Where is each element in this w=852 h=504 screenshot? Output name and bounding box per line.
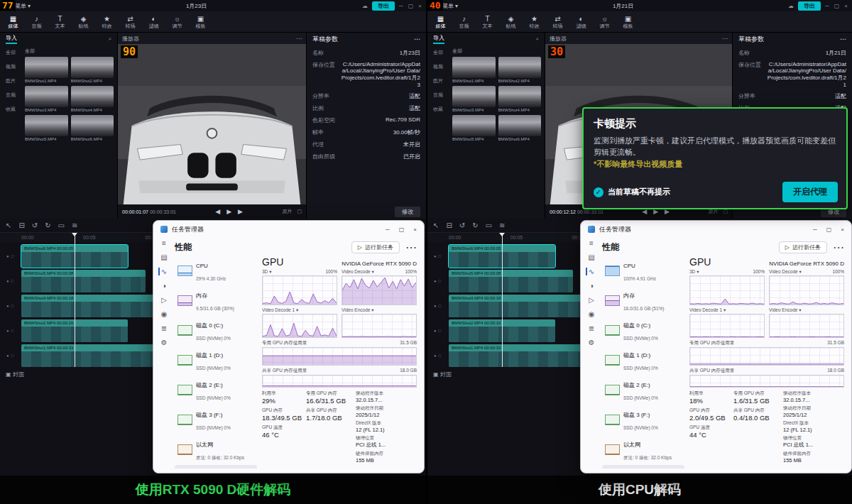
media-rail-item[interactable]: 全部 [433,49,443,56]
minimize-icon[interactable]: ─ [386,226,390,233]
toolbar-item[interactable]: ⇄ 转场 [119,15,142,29]
toolbar-item[interactable]: ▦ 媒体 [1,15,25,29]
toolbar-item[interactable]: ▦ 媒体 [429,15,452,29]
perf-sidebar-item[interactable]: CPU 29% 4.30 GHz [175,256,257,285]
graph-decode1-selector[interactable]: Video Decode 1 ▾ [689,307,726,313]
track-lock-icon[interactable]: □ [439,354,442,358]
playhead[interactable] [502,233,503,367]
track-controls[interactable]: ● □ [0,295,20,317]
graph-3d-selector[interactable]: 3D ▾ [689,269,699,275]
toolbar-item[interactable]: ▣ 模板 [189,15,212,29]
toolbar-item[interactable]: ★ 特效 [95,15,119,29]
toolbar-item[interactable]: ▣ 模板 [616,15,640,29]
perf-sidebar-item[interactable]: 磁盘 2 (E:) SSD (NVMe) 0% [602,376,684,404]
maximize-icon[interactable]: ▢ [408,3,414,9]
performance-icon[interactable]: ∿ [158,268,167,275]
track-mute-icon[interactable]: ● [434,279,437,283]
media-rail-item[interactable]: 音频 [433,92,443,99]
timeline-tool-icon[interactable]: ≋ [499,221,505,229]
media-rail-item[interactable]: 图片 [433,77,443,84]
more-options-icon[interactable]: ⋯ [833,241,844,254]
track-mute-icon[interactable]: ● [434,329,437,333]
toolbar-item[interactable]: ♪ 音频 [25,15,48,29]
run-new-task-button[interactable]: ▷ 运行新任务 [779,241,827,253]
dont-remind-checkbox[interactable]: ✓ 当前草稿不再提示 [594,187,670,197]
close-icon[interactable]: × [413,226,417,233]
track-lock-icon[interactable]: □ [439,279,442,283]
processes-icon[interactable]: ▤ [160,253,167,261]
perf-sidebar-item[interactable]: 磁盘 1 (D:) SSD (NVMe) 0% [175,346,257,374]
startup-apps-icon[interactable]: ▷ [161,296,167,304]
media-rail-item[interactable]: 全部 [6,49,16,56]
quality-select[interactable]: 原片 [282,208,292,215]
perf-sidebar-item[interactable]: 磁盘 1 (D:) SSD (NVMe) 0% [602,346,684,374]
search-icon[interactable]: ⌕ [536,35,539,43]
timeline-tool-icon[interactable]: ▭ [486,221,492,229]
graph-3d-selector[interactable]: 3D ▾ [262,269,271,275]
toolbar-item[interactable]: ◐ 滤镜 [142,15,165,29]
toolbar-item[interactable]: T 文本 [48,15,72,29]
minimize-icon[interactable]: ─ [825,3,829,9]
perf-sidebar-item[interactable]: 磁盘 3 (F:) SSD (NVMe) 0% [602,405,684,434]
details-icon[interactable]: ≣ [161,324,167,332]
track-controls[interactable]: ● □ [427,270,447,292]
users-icon[interactable]: ◉ [161,310,168,318]
perf-sidebar-item[interactable]: 磁盘 0 (C:) SSD (NVMe) 0% [602,316,684,344]
track-lock-icon[interactable]: □ [11,329,14,333]
perf-sidebar-item[interactable]: GPU 0 NVIDIA GeForce RT... 18% (44 °C) [602,465,684,469]
close-icon[interactable]: × [844,3,848,9]
perf-sidebar-item[interactable]: 以太网 发送: 0 接收: 32.0 Kbps [175,435,257,464]
timeline-tool-icon[interactable]: ⊟ [18,221,24,229]
perf-sidebar-item[interactable]: 内存 9.5/31.6 GB (30%) [175,286,257,314]
video-preview[interactable]: 90 [118,44,306,204]
media-rail-item[interactable]: 收藏 [433,106,443,113]
cover-button[interactable]: ▣ 封面 [6,371,24,378]
toolbar-item[interactable]: ♪ 音频 [452,15,476,29]
perf-sidebar-item[interactable]: 磁盘 2 (E:) SSD (NVMe) 0% [175,376,257,404]
track-mute-icon[interactable]: ● [6,254,9,258]
startup-apps-icon[interactable]: ▷ [589,296,594,304]
toolbar-item[interactable]: T 文本 [476,15,499,29]
track-controls[interactable]: ● □ [0,270,20,292]
maximize-icon[interactable]: ▢ [399,226,405,233]
app-history-icon[interactable]: ◑ [589,282,594,290]
perf-sidebar-item[interactable]: 磁盘 3 (F:) SSD (NVMe) 0% [175,405,257,434]
timeline-tool-icon[interactable]: ▭ [58,221,65,229]
media-thumbnail[interactable]: BMWShot3.MP4 [452,86,496,112]
graph-decode1-selector[interactable]: Video Decode 1 ▾ [262,307,298,313]
prev-frame-icon[interactable]: ◀ [215,208,220,215]
cloud-icon[interactable]: ☁ [362,3,368,9]
perf-sidebar-item[interactable]: CPU 100% 4.91 GHz [602,256,684,285]
media-group-label[interactable]: 全部 [452,48,541,55]
fullscreen-icon[interactable]: ▢ [723,209,728,214]
track-lock-icon[interactable]: □ [439,329,442,333]
maximize-icon[interactable]: ▢ [826,226,832,233]
search-icon[interactable]: ⌕ [109,35,111,43]
timeline-tool-icon[interactable]: ↖ [6,221,11,229]
track-lock-icon[interactable]: □ [439,254,442,258]
more-icon[interactable]: ⋯ [840,35,846,43]
play-icon[interactable]: ▶ [226,208,231,215]
toolbar-item[interactable]: ◐ 滤镜 [569,15,593,29]
export-button[interactable]: 导出 [372,1,395,11]
menu-button[interactable]: 菜单 ▾ [442,2,458,10]
media-thumbnail[interactable]: BMWShot6.MP4 [71,115,114,141]
media-thumbnail[interactable]: BMWShot1.MP4 [25,57,68,83]
track-lock-icon[interactable]: □ [11,304,14,308]
close-icon[interactable]: × [841,226,844,233]
playhead[interactable] [75,233,75,367]
details-icon[interactable]: ≣ [589,324,594,332]
toolbar-item[interactable]: ☼ 调节 [593,15,616,29]
timeline-tool-icon[interactable]: ↺ [32,221,38,229]
timeline-tool-icon[interactable]: ⊟ [446,221,452,229]
run-new-task-button[interactable]: ▷ 运行新任务 [351,241,400,253]
menu-button[interactable]: 菜单 ▾ [15,2,31,10]
processes-icon[interactable]: ▤ [588,253,594,261]
more-icon[interactable]: ⋯ [722,35,728,42]
hamburger-icon[interactable]: ≡ [162,239,166,247]
maximize-icon[interactable]: ▢ [834,3,840,9]
minimize-icon[interactable]: ─ [399,3,403,9]
track-mute-icon[interactable]: ● [6,354,9,358]
perf-sidebar-item[interactable]: 磁盘 0 (C:) SSD (NVMe) 0% [175,316,257,344]
toolbar-item[interactable]: ☼ 调节 [165,15,189,29]
